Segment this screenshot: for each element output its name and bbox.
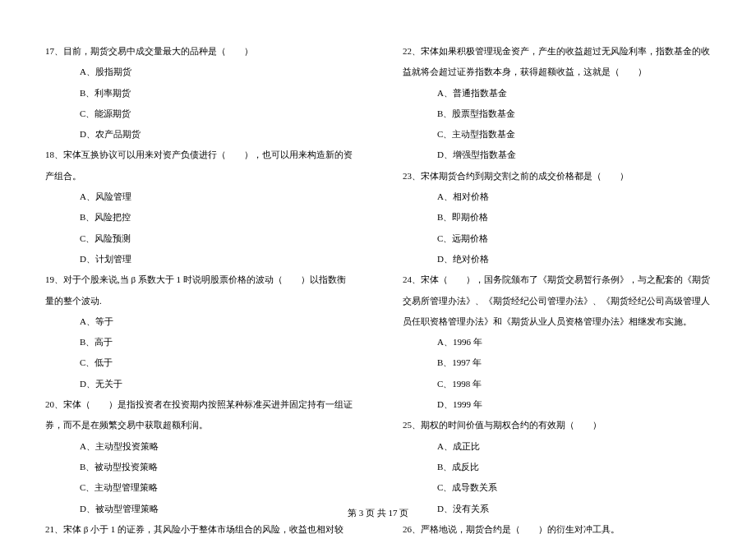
options-block: A、相对价格 B、即期价格 C、远期价格 D、绝对价格: [403, 186, 711, 269]
option-d: D、增强型指数基金: [437, 145, 711, 165]
question-23: 23、宋体期货合约到期交割之前的成交价格都是（ ） A、相对价格 B、即期价格 …: [403, 166, 711, 269]
q-body: 目前，期货交易中成交量最大的品种是（ ）: [63, 46, 253, 56]
option-a: A、1996 年: [437, 332, 711, 352]
option-c: C、风险预测: [80, 228, 353, 249]
left-column: 17、目前，期货交易中成交量最大的品种是（ ） A、股指期货 B、利率期货 C、…: [45, 41, 353, 534]
option-b: B、成反比: [437, 457, 711, 477]
question-text: 24、宋体（ ），国务院颁布了《期货交易暂行条例》，与之配套的《期货交易所管理办…: [403, 269, 711, 332]
q-number: 25、: [403, 420, 421, 430]
option-a: A、等于: [80, 311, 353, 332]
q-number: 19、: [45, 274, 63, 284]
option-d: D、1999 年: [437, 394, 711, 415]
q-body: 期权的时间价值与期权合约的有效期（ ）: [421, 420, 602, 430]
option-d: D、无关于: [80, 374, 353, 394]
option-b: B、1997 年: [437, 352, 711, 373]
q-number: 23、: [403, 171, 421, 181]
question-text: 21、宋体 β 小于 1 的证券，其风险小于整体市场组合的风险，收益也相对较低，…: [45, 519, 353, 534]
option-b: B、被动型投资策略: [80, 457, 353, 477]
option-d: D、计划管理: [80, 249, 353, 269]
question-text: 18、宋体互换协议可以用来对资产负债进行（ ），也可以用来构造新的资产组合。: [45, 145, 353, 186]
options-block: A、风险管理 B、风险把控 C、风险预测 D、计划管理: [45, 186, 353, 269]
option-a: A、主动型投资策略: [80, 436, 353, 457]
option-c: C、能源期货: [80, 104, 353, 124]
option-c: C、远期价格: [437, 228, 711, 249]
option-c: C、主动型指数基金: [437, 124, 711, 145]
q-body: 严格地说，期货合约是（ ）的衍生对冲工具。: [421, 524, 620, 534]
question-22: 22、宋体如果积极管理现金资产，产生的收益超过无风险利率，指数基金的收益就将会超…: [403, 41, 711, 166]
page-number: 第 3 页 共 17 页: [348, 508, 408, 518]
q-body: 宋体期货合约到期交割之前的成交价格都是（ ）: [421, 171, 629, 181]
question-19: 19、对于个股来说,当 β 系数大于 1 时说明股票价格的波动（ ）以指数衡量的…: [45, 269, 353, 394]
option-b: B、即期价格: [437, 207, 711, 228]
option-d: D、绝对价格: [437, 249, 711, 269]
options-block: A、股指期货 B、利率期货 C、能源期货 D、农产品期货: [45, 62, 353, 145]
q-number: 22、: [403, 46, 421, 56]
q-number: 17、: [45, 46, 63, 56]
q-number: 21、: [45, 524, 63, 534]
option-a: A、相对价格: [437, 186, 711, 207]
question-text: 26、严格地说，期货合约是（ ）的衍生对冲工具。: [403, 519, 711, 534]
option-c: C、成导数关系: [437, 477, 711, 498]
q-body: 宋体（ ）是指投资者在投资期内按照某种标准买进并固定持有一组证券，而不是在频繁交…: [45, 399, 353, 430]
page-footer: 第 3 页 共 17 页: [0, 507, 756, 519]
option-c: C、低于: [80, 352, 353, 373]
page-container: 17、目前，期货交易中成交量最大的品种是（ ） A、股指期货 B、利率期货 C、…: [0, 0, 756, 534]
options-block: A、1996 年 B、1997 年 C、1998 年 D、1999 年: [403, 332, 711, 415]
question-20: 20、宋体（ ）是指投资者在投资期内按照某种标准买进并固定持有一组证券，而不是在…: [45, 394, 353, 519]
q-number: 20、: [45, 399, 63, 409]
question-text: 19、对于个股来说,当 β 系数大于 1 时说明股票价格的波动（ ）以指数衡量的…: [45, 269, 353, 311]
options-block: A、普通指数基金 B、股票型指数基金 C、主动型指数基金 D、增强型指数基金: [403, 83, 711, 166]
question-17: 17、目前，期货交易中成交量最大的品种是（ ） A、股指期货 B、利率期货 C、…: [45, 41, 353, 145]
option-d: D、农产品期货: [80, 124, 353, 145]
q-number: 24、: [403, 274, 421, 284]
q-body: 宋体 β 小于 1 的证券，其风险小于整体市场组合的风险，收益也相对较低，称为（…: [45, 524, 343, 534]
q-body: 宋体互换协议可以用来对资产负债进行（ ），也可以用来构造新的资产组合。: [45, 150, 353, 180]
option-a: A、成正比: [437, 436, 711, 457]
q-body: 宋体如果积极管理现金资产，产生的收益超过无风险利率，指数基金的收益就将会超过证券…: [403, 46, 710, 76]
q-number: 26、: [403, 524, 421, 534]
question-text: 17、目前，期货交易中成交量最大的品种是（ ）: [45, 41, 353, 62]
q-body: 对于个股来说,当 β 系数大于 1 时说明股票价格的波动（ ）以指数衡量的整个波…: [45, 274, 346, 305]
option-a: A、股指期货: [80, 62, 353, 82]
option-c: C、主动型管理策略: [80, 477, 353, 498]
right-column: 22、宋体如果积极管理现金资产，产生的收益超过无风险利率，指数基金的收益就将会超…: [403, 41, 711, 534]
q-number: 18、: [45, 150, 63, 159]
option-b: B、风险把控: [80, 207, 353, 228]
option-b: B、股票型指数基金: [437, 104, 711, 124]
options-block: A、等于 B、高于 C、低于 D、无关于: [45, 311, 353, 394]
question-26: 26、严格地说，期货合约是（ ）的衍生对冲工具。 A、回避风险 B、无风险套利: [403, 519, 711, 534]
question-text: 20、宋体（ ）是指投资者在投资期内按照某种标准买进并固定持有一组证券，而不是在…: [45, 394, 353, 436]
question-21: 21、宋体 β 小于 1 的证券，其风险小于整体市场组合的风险，收益也相对较低，…: [45, 519, 353, 534]
question-25: 25、期权的时间价值与期权合约的有效期（ ） A、成正比 B、成反比 C、成导数…: [403, 415, 711, 518]
question-text: 25、期权的时间价值与期权合约的有效期（ ）: [403, 415, 711, 435]
question-18: 18、宋体互换协议可以用来对资产负债进行（ ），也可以用来构造新的资产组合。 A…: [45, 145, 353, 269]
question-text: 23、宋体期货合约到期交割之前的成交价格都是（ ）: [403, 166, 711, 186]
question-24: 24、宋体（ ），国务院颁布了《期货交易暂行条例》，与之配套的《期货交易所管理办…: [403, 269, 711, 415]
option-a: A、普通指数基金: [437, 83, 711, 104]
option-b: B、利率期货: [80, 83, 353, 104]
question-text: 22、宋体如果积极管理现金资产，产生的收益超过无风险利率，指数基金的收益就将会超…: [403, 41, 711, 83]
option-b: B、高于: [80, 332, 353, 352]
q-body: 宋体（ ），国务院颁布了《期货交易暂行条例》，与之配套的《期货交易所管理办法》、…: [403, 274, 710, 326]
option-a: A、风险管理: [80, 186, 353, 207]
option-c: C、1998 年: [437, 374, 711, 394]
